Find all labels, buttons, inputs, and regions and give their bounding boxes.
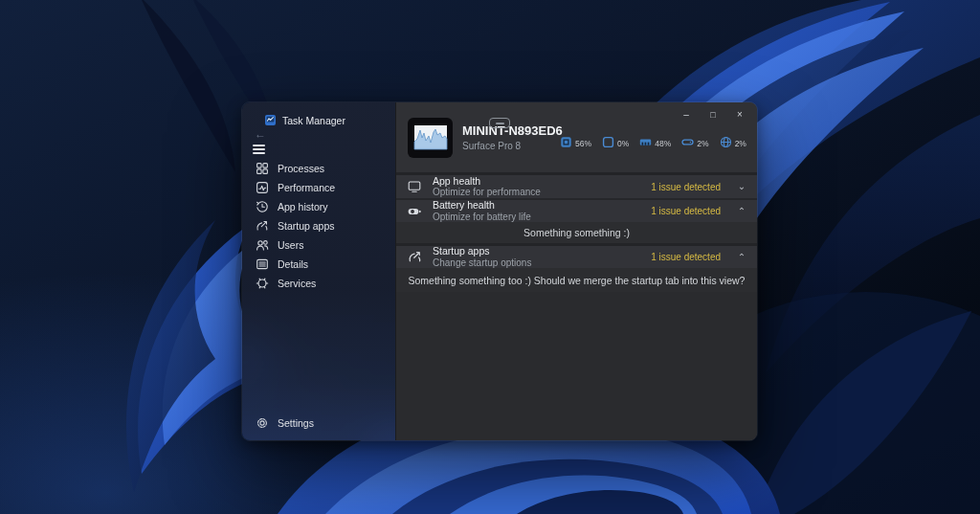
pulse-icon xyxy=(256,181,269,194)
sidebar: Task Manager ← Processes Performance xyxy=(242,102,395,440)
sidebar-item-users[interactable]: Users xyxy=(242,235,395,255)
row-title: App health xyxy=(433,176,651,188)
maximize-button[interactable]: □ xyxy=(700,104,726,124)
sidebar-item-label: Performance xyxy=(278,182,335,193)
stat-disk: 2% xyxy=(681,136,708,148)
content-empty-area xyxy=(396,292,757,440)
status-badge: 1 issue detected xyxy=(651,182,721,192)
expanded-text: Something something :) xyxy=(523,227,630,238)
gpu-icon xyxy=(602,136,614,148)
device-thumbnail xyxy=(408,118,453,158)
stat-gpu: 0% xyxy=(602,136,629,148)
expanded-text: Something something too :) Should we mer… xyxy=(409,275,746,286)
grid-icon xyxy=(256,162,269,175)
sidebar-item-label: Services xyxy=(278,278,316,289)
memory-icon xyxy=(639,136,652,148)
device-name: MININT-N893ED6 xyxy=(462,123,560,138)
stat-value: 2% xyxy=(697,139,708,148)
sidebar-item-startup-apps[interactable]: Startup apps xyxy=(242,216,395,235)
device-stats: 56% 0% 48% xyxy=(560,136,757,148)
close-button[interactable]: × xyxy=(726,104,753,124)
minimize-button[interactable]: – xyxy=(673,104,700,124)
back-button[interactable]: ← xyxy=(252,127,269,141)
health-row-app-health[interactable]: App health Optimize for performance 1 is… xyxy=(396,175,757,198)
stat-value: 56% xyxy=(575,139,591,148)
history-icon xyxy=(256,200,269,213)
sidebar-item-app-history[interactable]: App history xyxy=(242,197,395,216)
stat-value: 48% xyxy=(655,139,671,148)
chevron-up-icon[interactable]: ⌃ xyxy=(734,207,749,216)
device-model: Surface Pro 8 xyxy=(462,141,560,151)
health-row-battery-health[interactable]: Battery health Optimize for battery life… xyxy=(396,200,757,222)
row-subtitle: Change startup options xyxy=(433,257,651,268)
sidebar-item-processes[interactable]: Processes xyxy=(242,159,395,178)
desktop: – □ × Task Manager ← Processes xyxy=(0,0,980,514)
status-badge: 1 issue detected xyxy=(651,252,721,262)
preview-build-pill xyxy=(489,118,510,128)
stat-value: 2% xyxy=(735,139,746,148)
sidebar-item-label: Startup apps xyxy=(278,220,335,232)
disk-icon xyxy=(681,136,694,148)
cpu-icon xyxy=(560,136,572,148)
row-title: Startup apps xyxy=(433,246,651,257)
window-controls: – □ × xyxy=(673,104,753,124)
status-badge: 1 issue detected xyxy=(651,206,721,216)
services-icon xyxy=(256,277,269,290)
health-row-startup-apps[interactable]: Startup apps Change startup options 1 is… xyxy=(396,246,757,268)
sidebar-item-settings[interactable]: Settings xyxy=(242,413,395,433)
sidebar-item-label: App history xyxy=(278,201,328,212)
battery-saver-icon xyxy=(396,204,433,219)
chevron-down-icon[interactable]: ⌄ xyxy=(734,182,749,191)
stat-network: 2% xyxy=(720,136,746,148)
row-subtitle: Optimize for battery life xyxy=(433,212,651,222)
monitor-icon xyxy=(396,179,433,194)
startup-apps-expanded-panel: Something something too :) Should we mer… xyxy=(396,268,757,292)
sidebar-item-services[interactable]: Services xyxy=(242,274,395,293)
startup-gauge-icon xyxy=(396,250,433,264)
settings-label: Settings xyxy=(278,417,314,429)
stat-memory: 48% xyxy=(639,136,671,148)
sidebar-item-label: Users xyxy=(278,239,303,251)
gauge-icon xyxy=(256,219,269,233)
row-subtitle: Optimize for performance xyxy=(433,187,651,197)
network-globe-icon xyxy=(720,136,732,148)
battery-health-expanded-panel: Something something :) xyxy=(396,222,757,243)
sidebar-item-performance[interactable]: Performance xyxy=(242,178,395,197)
row-title: Battery health xyxy=(433,200,651,212)
task-manager-window: – □ × Task Manager ← Processes xyxy=(242,102,757,440)
users-icon xyxy=(256,238,269,252)
hamburger-menu-icon[interactable] xyxy=(253,143,270,156)
sidebar-item-label: Processes xyxy=(278,163,324,174)
stat-cpu: 56% xyxy=(560,136,591,148)
gear-icon xyxy=(256,416,269,430)
stat-value: 0% xyxy=(617,139,629,148)
app-titlebar: Task Manager xyxy=(265,112,345,129)
main-panel: MININT-N893ED6 Surface Pro 8 56% xyxy=(395,102,757,440)
list-icon xyxy=(256,257,269,271)
chevron-up-icon[interactable]: ⌃ xyxy=(734,253,749,262)
sidebar-item-details[interactable]: Details xyxy=(242,255,395,274)
sidebar-nav: Processes Performance App history xyxy=(242,159,395,293)
sidebar-item-label: Details xyxy=(278,258,308,270)
app-title: Task Manager xyxy=(282,115,345,126)
